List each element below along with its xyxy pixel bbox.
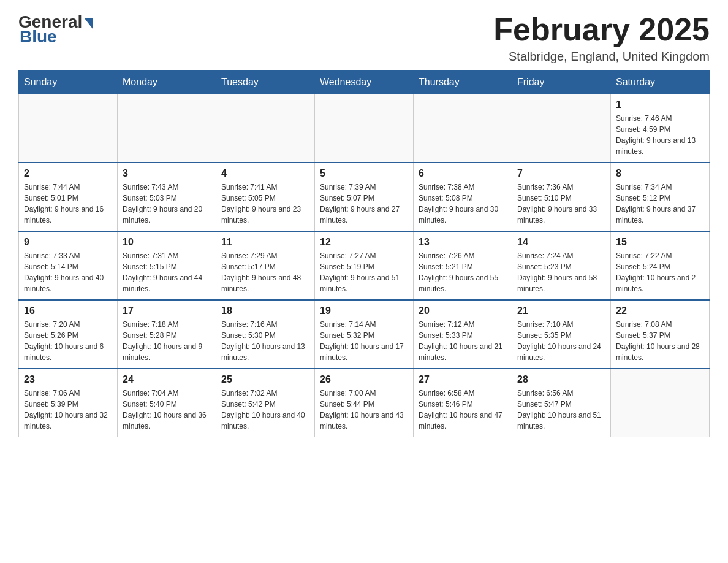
weekday-header-friday: Friday <box>512 71 611 94</box>
day-number: 16 <box>24 305 112 316</box>
calendar-day-cell: 1Sunrise: 7:46 AMSunset: 4:59 PMDaylight… <box>611 94 710 163</box>
calendar-day-cell: 26Sunrise: 7:00 AMSunset: 5:44 PMDayligh… <box>315 369 414 437</box>
sun-info: Sunrise: 7:18 AMSunset: 5:28 PMDaylight:… <box>123 319 211 363</box>
location-text: Stalbridge, England, United Kingdom <box>493 50 710 64</box>
day-number: 10 <box>123 237 211 248</box>
calendar-day-cell <box>315 94 414 163</box>
weekday-header-tuesday: Tuesday <box>216 71 315 94</box>
day-number: 5 <box>320 168 408 179</box>
sun-info: Sunrise: 7:38 AMSunset: 5:08 PMDaylight:… <box>419 182 507 226</box>
calendar-day-cell: 10Sunrise: 7:31 AMSunset: 5:15 PMDayligh… <box>118 231 216 300</box>
day-number: 28 <box>517 374 605 385</box>
day-number: 12 <box>320 237 408 248</box>
calendar-day-cell: 5Sunrise: 7:39 AMSunset: 5:07 PMDaylight… <box>315 163 414 231</box>
sun-info: Sunrise: 7:20 AMSunset: 5:26 PMDaylight:… <box>24 319 112 363</box>
calendar-week-row: 2Sunrise: 7:44 AMSunset: 5:01 PMDaylight… <box>19 163 710 231</box>
day-number: 6 <box>419 168 507 179</box>
sun-info: Sunrise: 7:34 AMSunset: 5:12 PMDaylight:… <box>616 182 704 226</box>
calendar-day-cell: 15Sunrise: 7:22 AMSunset: 5:24 PMDayligh… <box>611 231 710 300</box>
sun-info: Sunrise: 7:06 AMSunset: 5:39 PMDaylight:… <box>24 388 112 432</box>
calendar-day-cell: 21Sunrise: 7:10 AMSunset: 5:35 PMDayligh… <box>512 300 611 369</box>
calendar-day-cell: 20Sunrise: 7:12 AMSunset: 5:33 PMDayligh… <box>414 300 512 369</box>
day-number: 9 <box>24 237 112 248</box>
weekday-header-sunday: Sunday <box>19 71 118 94</box>
day-number: 13 <box>419 237 507 248</box>
sun-info: Sunrise: 7:22 AMSunset: 5:24 PMDaylight:… <box>616 250 704 294</box>
sun-info: Sunrise: 7:10 AMSunset: 5:35 PMDaylight:… <box>517 319 605 363</box>
sun-info: Sunrise: 7:08 AMSunset: 5:37 PMDaylight:… <box>616 319 704 363</box>
sun-info: Sunrise: 7:16 AMSunset: 5:30 PMDaylight:… <box>221 319 309 363</box>
calendar-day-cell: 16Sunrise: 7:20 AMSunset: 5:26 PMDayligh… <box>19 300 118 369</box>
calendar-day-cell: 25Sunrise: 7:02 AMSunset: 5:42 PMDayligh… <box>216 369 315 437</box>
weekday-header-thursday: Thursday <box>414 71 512 94</box>
calendar-week-row: 9Sunrise: 7:33 AMSunset: 5:14 PMDaylight… <box>19 231 710 300</box>
calendar-day-cell: 6Sunrise: 7:38 AMSunset: 5:08 PMDaylight… <box>414 163 512 231</box>
sun-info: Sunrise: 7:02 AMSunset: 5:42 PMDaylight:… <box>221 388 309 432</box>
calendar-day-cell: 11Sunrise: 7:29 AMSunset: 5:17 PMDayligh… <box>216 231 315 300</box>
weekday-header-saturday: Saturday <box>611 71 710 94</box>
sun-info: Sunrise: 7:29 AMSunset: 5:17 PMDaylight:… <box>221 250 309 294</box>
day-number: 18 <box>221 305 309 316</box>
day-number: 14 <box>517 237 605 248</box>
weekday-header-row: SundayMondayTuesdayWednesdayThursdayFrid… <box>19 71 710 94</box>
title-section: February 2025 Stalbridge, England, Unite… <box>493 12 710 64</box>
day-number: 19 <box>320 305 408 316</box>
sun-info: Sunrise: 7:41 AMSunset: 5:05 PMDaylight:… <box>221 182 309 226</box>
sun-info: Sunrise: 6:56 AMSunset: 5:47 PMDaylight:… <box>517 388 605 432</box>
day-number: 21 <box>517 305 605 316</box>
logo-blue-text: Blue <box>20 27 57 47</box>
calendar-day-cell <box>118 94 216 163</box>
sun-info: Sunrise: 7:26 AMSunset: 5:21 PMDaylight:… <box>419 250 507 294</box>
sun-info: Sunrise: 7:46 AMSunset: 4:59 PMDaylight:… <box>616 113 704 157</box>
sun-info: Sunrise: 7:24 AMSunset: 5:23 PMDaylight:… <box>517 250 605 294</box>
sun-info: Sunrise: 7:33 AMSunset: 5:14 PMDaylight:… <box>24 250 112 294</box>
calendar-day-cell: 22Sunrise: 7:08 AMSunset: 5:37 PMDayligh… <box>611 300 710 369</box>
calendar-table: SundayMondayTuesdayWednesdayThursdayFrid… <box>18 70 710 437</box>
sun-info: Sunrise: 7:43 AMSunset: 5:03 PMDaylight:… <box>123 182 211 226</box>
calendar-day-cell: 2Sunrise: 7:44 AMSunset: 5:01 PMDaylight… <box>19 163 118 231</box>
calendar-week-row: 23Sunrise: 7:06 AMSunset: 5:39 PMDayligh… <box>19 369 710 437</box>
calendar-day-cell: 7Sunrise: 7:36 AMSunset: 5:10 PMDaylight… <box>512 163 611 231</box>
day-number: 15 <box>616 237 704 248</box>
calendar-day-cell: 19Sunrise: 7:14 AMSunset: 5:32 PMDayligh… <box>315 300 414 369</box>
calendar-day-cell: 3Sunrise: 7:43 AMSunset: 5:03 PMDaylight… <box>118 163 216 231</box>
weekday-header-monday: Monday <box>118 71 216 94</box>
logo: General Blue <box>18 12 93 47</box>
sun-info: Sunrise: 7:39 AMSunset: 5:07 PMDaylight:… <box>320 182 408 226</box>
sun-info: Sunrise: 7:36 AMSunset: 5:10 PMDaylight:… <box>517 182 605 226</box>
calendar-day-cell: 27Sunrise: 6:58 AMSunset: 5:46 PMDayligh… <box>414 369 512 437</box>
day-number: 17 <box>123 305 211 316</box>
calendar-day-cell: 8Sunrise: 7:34 AMSunset: 5:12 PMDaylight… <box>611 163 710 231</box>
day-number: 3 <box>123 168 211 179</box>
month-title: February 2025 <box>493 12 710 47</box>
sun-info: Sunrise: 7:12 AMSunset: 5:33 PMDaylight:… <box>419 319 507 363</box>
calendar-day-cell: 12Sunrise: 7:27 AMSunset: 5:19 PMDayligh… <box>315 231 414 300</box>
day-number: 27 <box>419 374 507 385</box>
day-number: 23 <box>24 374 112 385</box>
calendar-day-cell: 9Sunrise: 7:33 AMSunset: 5:14 PMDaylight… <box>19 231 118 300</box>
day-number: 22 <box>616 305 704 316</box>
calendar-day-cell <box>414 94 512 163</box>
day-number: 26 <box>320 374 408 385</box>
calendar-day-cell <box>611 369 710 437</box>
day-number: 11 <box>221 237 309 248</box>
calendar-day-cell <box>19 94 118 163</box>
day-number: 25 <box>221 374 309 385</box>
sun-info: Sunrise: 7:14 AMSunset: 5:32 PMDaylight:… <box>320 319 408 363</box>
sun-info: Sunrise: 7:00 AMSunset: 5:44 PMDaylight:… <box>320 388 408 432</box>
day-number: 7 <box>517 168 605 179</box>
calendar-week-row: 1Sunrise: 7:46 AMSunset: 4:59 PMDaylight… <box>19 94 710 163</box>
day-number: 24 <box>123 374 211 385</box>
day-number: 20 <box>419 305 507 316</box>
calendar-day-cell: 4Sunrise: 7:41 AMSunset: 5:05 PMDaylight… <box>216 163 315 231</box>
calendar-week-row: 16Sunrise: 7:20 AMSunset: 5:26 PMDayligh… <box>19 300 710 369</box>
weekday-header-wednesday: Wednesday <box>315 71 414 94</box>
calendar-day-cell: 28Sunrise: 6:56 AMSunset: 5:47 PMDayligh… <box>512 369 611 437</box>
calendar-day-cell: 14Sunrise: 7:24 AMSunset: 5:23 PMDayligh… <box>512 231 611 300</box>
day-number: 4 <box>221 168 309 179</box>
calendar-day-cell: 18Sunrise: 7:16 AMSunset: 5:30 PMDayligh… <box>216 300 315 369</box>
calendar-day-cell: 17Sunrise: 7:18 AMSunset: 5:28 PMDayligh… <box>118 300 216 369</box>
day-number: 8 <box>616 168 704 179</box>
sun-info: Sunrise: 7:04 AMSunset: 5:40 PMDaylight:… <box>123 388 211 432</box>
calendar-day-cell: 24Sunrise: 7:04 AMSunset: 5:40 PMDayligh… <box>118 369 216 437</box>
